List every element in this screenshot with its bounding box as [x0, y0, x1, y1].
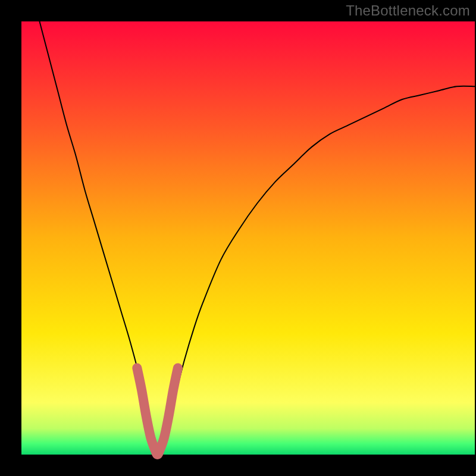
chart-container: TheBottleneck.com	[0, 0, 476, 476]
bottleneck-chart	[0, 0, 476, 476]
watermark-text: TheBottleneck.com	[346, 2, 470, 19]
plot-background	[21, 21, 475, 455]
